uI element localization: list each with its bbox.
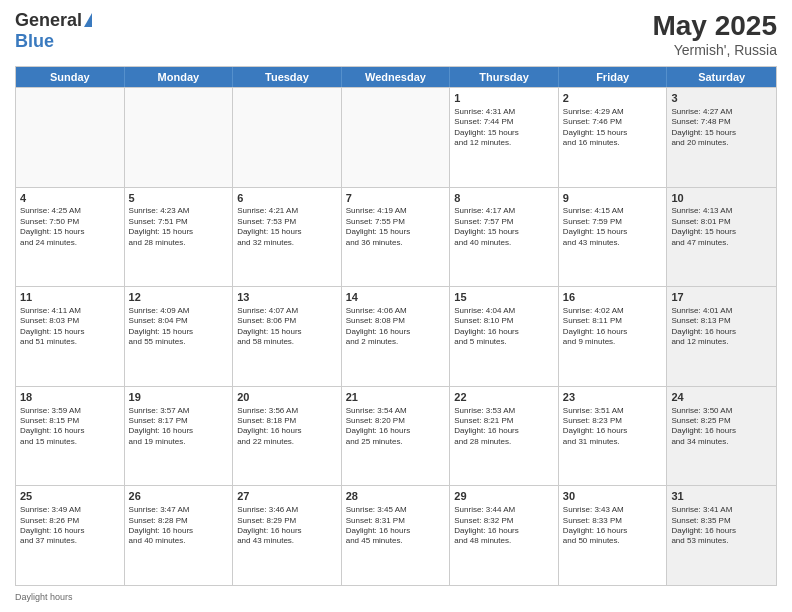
calendar-cell: 29Sunrise: 3:44 AM Sunset: 8:32 PM Dayli… <box>450 486 559 585</box>
logo: General Blue <box>15 10 92 52</box>
cell-text: Sunrise: 4:23 AM Sunset: 7:51 PM Dayligh… <box>129 206 229 248</box>
calendar-header-day: Thursday <box>450 67 559 87</box>
logo-triangle-icon <box>84 13 92 27</box>
calendar-header-day: Monday <box>125 67 234 87</box>
day-number: 1 <box>454 91 554 106</box>
calendar-cell: 22Sunrise: 3:53 AM Sunset: 8:21 PM Dayli… <box>450 387 559 486</box>
calendar-cell: 23Sunrise: 3:51 AM Sunset: 8:23 PM Dayli… <box>559 387 668 486</box>
day-number: 2 <box>563 91 663 106</box>
calendar-cell: 19Sunrise: 3:57 AM Sunset: 8:17 PM Dayli… <box>125 387 234 486</box>
calendar: SundayMondayTuesdayWednesdayThursdayFrid… <box>15 66 777 586</box>
cell-text: Sunrise: 3:59 AM Sunset: 8:15 PM Dayligh… <box>20 406 120 448</box>
day-number: 31 <box>671 489 772 504</box>
cell-text: Sunrise: 4:25 AM Sunset: 7:50 PM Dayligh… <box>20 206 120 248</box>
calendar-cell: 15Sunrise: 4:04 AM Sunset: 8:10 PM Dayli… <box>450 287 559 386</box>
cell-text: Sunrise: 3:54 AM Sunset: 8:20 PM Dayligh… <box>346 406 446 448</box>
day-number: 13 <box>237 290 337 305</box>
calendar-cell: 10Sunrise: 4:13 AM Sunset: 8:01 PM Dayli… <box>667 188 776 287</box>
calendar-cell: 31Sunrise: 3:41 AM Sunset: 8:35 PM Dayli… <box>667 486 776 585</box>
day-number: 19 <box>129 390 229 405</box>
calendar-cell: 9Sunrise: 4:15 AM Sunset: 7:59 PM Daylig… <box>559 188 668 287</box>
day-number: 5 <box>129 191 229 206</box>
cell-text: Sunrise: 3:57 AM Sunset: 8:17 PM Dayligh… <box>129 406 229 448</box>
calendar-cell: 11Sunrise: 4:11 AM Sunset: 8:03 PM Dayli… <box>16 287 125 386</box>
calendar-cell: 4Sunrise: 4:25 AM Sunset: 7:50 PM Daylig… <box>16 188 125 287</box>
daylight-label: Daylight hours <box>15 592 73 602</box>
day-number: 21 <box>346 390 446 405</box>
calendar-cell: 3Sunrise: 4:27 AM Sunset: 7:48 PM Daylig… <box>667 88 776 187</box>
calendar-cell: 16Sunrise: 4:02 AM Sunset: 8:11 PM Dayli… <box>559 287 668 386</box>
day-number: 28 <box>346 489 446 504</box>
day-number: 4 <box>20 191 120 206</box>
calendar-header-day: Wednesday <box>342 67 451 87</box>
calendar-cell: 18Sunrise: 3:59 AM Sunset: 8:15 PM Dayli… <box>16 387 125 486</box>
calendar-cell <box>342 88 451 187</box>
calendar-cell: 30Sunrise: 3:43 AM Sunset: 8:33 PM Dayli… <box>559 486 668 585</box>
calendar-cell: 21Sunrise: 3:54 AM Sunset: 8:20 PM Dayli… <box>342 387 451 486</box>
title-area: May 2025 Yermish', Russia <box>652 10 777 58</box>
day-number: 15 <box>454 290 554 305</box>
cell-text: Sunrise: 4:31 AM Sunset: 7:44 PM Dayligh… <box>454 107 554 149</box>
calendar-row: 25Sunrise: 3:49 AM Sunset: 8:26 PM Dayli… <box>16 485 776 585</box>
day-number: 14 <box>346 290 446 305</box>
day-number: 10 <box>671 191 772 206</box>
logo-text: General <box>15 10 92 31</box>
cell-text: Sunrise: 3:50 AM Sunset: 8:25 PM Dayligh… <box>671 406 772 448</box>
day-number: 6 <box>237 191 337 206</box>
day-number: 22 <box>454 390 554 405</box>
cell-text: Sunrise: 4:21 AM Sunset: 7:53 PM Dayligh… <box>237 206 337 248</box>
day-number: 18 <box>20 390 120 405</box>
cell-text: Sunrise: 3:45 AM Sunset: 8:31 PM Dayligh… <box>346 505 446 547</box>
cell-text: Sunrise: 3:56 AM Sunset: 8:18 PM Dayligh… <box>237 406 337 448</box>
calendar-cell: 26Sunrise: 3:47 AM Sunset: 8:28 PM Dayli… <box>125 486 234 585</box>
cell-text: Sunrise: 4:17 AM Sunset: 7:57 PM Dayligh… <box>454 206 554 248</box>
day-number: 25 <box>20 489 120 504</box>
day-number: 11 <box>20 290 120 305</box>
calendar-cell: 2Sunrise: 4:29 AM Sunset: 7:46 PM Daylig… <box>559 88 668 187</box>
calendar-cell: 8Sunrise: 4:17 AM Sunset: 7:57 PM Daylig… <box>450 188 559 287</box>
day-number: 29 <box>454 489 554 504</box>
calendar-cell: 5Sunrise: 4:23 AM Sunset: 7:51 PM Daylig… <box>125 188 234 287</box>
calendar-header-day: Saturday <box>667 67 776 87</box>
cell-text: Sunrise: 3:44 AM Sunset: 8:32 PM Dayligh… <box>454 505 554 547</box>
calendar-cell: 25Sunrise: 3:49 AM Sunset: 8:26 PM Dayli… <box>16 486 125 585</box>
calendar-row: 1Sunrise: 4:31 AM Sunset: 7:44 PM Daylig… <box>16 87 776 187</box>
calendar-header-day: Sunday <box>16 67 125 87</box>
cell-text: Sunrise: 3:47 AM Sunset: 8:28 PM Dayligh… <box>129 505 229 547</box>
footer: Daylight hours <box>15 592 777 602</box>
calendar-cell: 14Sunrise: 4:06 AM Sunset: 8:08 PM Dayli… <box>342 287 451 386</box>
logo-general-text: General <box>15 10 82 31</box>
day-number: 7 <box>346 191 446 206</box>
location-title: Yermish', Russia <box>652 42 777 58</box>
calendar-row: 11Sunrise: 4:11 AM Sunset: 8:03 PM Dayli… <box>16 286 776 386</box>
day-number: 24 <box>671 390 772 405</box>
month-title: May 2025 <box>652 10 777 42</box>
calendar-body: 1Sunrise: 4:31 AM Sunset: 7:44 PM Daylig… <box>16 87 776 585</box>
calendar-header: SundayMondayTuesdayWednesdayThursdayFrid… <box>16 67 776 87</box>
cell-text: Sunrise: 3:53 AM Sunset: 8:21 PM Dayligh… <box>454 406 554 448</box>
calendar-header-day: Friday <box>559 67 668 87</box>
day-number: 9 <box>563 191 663 206</box>
day-number: 17 <box>671 290 772 305</box>
cell-text: Sunrise: 4:09 AM Sunset: 8:04 PM Dayligh… <box>129 306 229 348</box>
page: General Blue May 2025 Yermish', Russia S… <box>0 0 792 612</box>
day-number: 23 <box>563 390 663 405</box>
cell-text: Sunrise: 4:27 AM Sunset: 7:48 PM Dayligh… <box>671 107 772 149</box>
day-number: 16 <box>563 290 663 305</box>
cell-text: Sunrise: 4:13 AM Sunset: 8:01 PM Dayligh… <box>671 206 772 248</box>
cell-text: Sunrise: 3:51 AM Sunset: 8:23 PM Dayligh… <box>563 406 663 448</box>
calendar-row: 4Sunrise: 4:25 AM Sunset: 7:50 PM Daylig… <box>16 187 776 287</box>
cell-text: Sunrise: 4:15 AM Sunset: 7:59 PM Dayligh… <box>563 206 663 248</box>
cell-text: Sunrise: 4:07 AM Sunset: 8:06 PM Dayligh… <box>237 306 337 348</box>
cell-text: Sunrise: 3:43 AM Sunset: 8:33 PM Dayligh… <box>563 505 663 547</box>
day-number: 12 <box>129 290 229 305</box>
logo-blue-text: Blue <box>15 31 54 52</box>
calendar-cell: 28Sunrise: 3:45 AM Sunset: 8:31 PM Dayli… <box>342 486 451 585</box>
day-number: 8 <box>454 191 554 206</box>
calendar-cell: 20Sunrise: 3:56 AM Sunset: 8:18 PM Dayli… <box>233 387 342 486</box>
calendar-cell: 6Sunrise: 4:21 AM Sunset: 7:53 PM Daylig… <box>233 188 342 287</box>
cell-text: Sunrise: 4:04 AM Sunset: 8:10 PM Dayligh… <box>454 306 554 348</box>
calendar-cell: 24Sunrise: 3:50 AM Sunset: 8:25 PM Dayli… <box>667 387 776 486</box>
calendar-cell <box>125 88 234 187</box>
calendar-cell: 12Sunrise: 4:09 AM Sunset: 8:04 PM Dayli… <box>125 287 234 386</box>
